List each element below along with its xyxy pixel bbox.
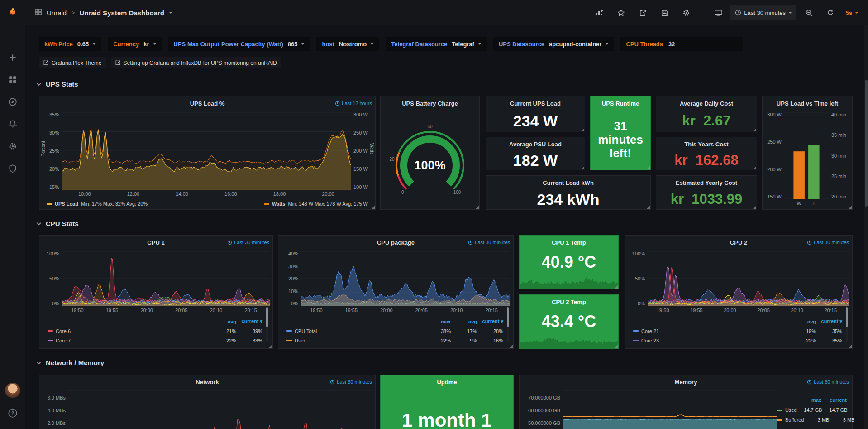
create-plus-icon[interactable] xyxy=(8,53,18,63)
panel-title[interactable]: UPS Runtime xyxy=(602,100,639,107)
configuration-gear-icon[interactable] xyxy=(8,141,18,151)
panel-title[interactable]: UPS Battery Charge xyxy=(402,100,458,107)
legend-col-current[interactable]: current ▾ xyxy=(477,318,503,324)
load-vs-time-bars[interactable]: WT xyxy=(784,112,829,207)
breadcrumb-title[interactable]: Unraid System Dashboard xyxy=(79,9,164,17)
panel-title[interactable]: Current Load kWh xyxy=(543,179,594,186)
variable-telegraf-datasource[interactable]: Telegraf Datasource Telegraf xyxy=(386,37,487,51)
save-button[interactable] xyxy=(655,5,674,20)
row-header-network-memory[interactable]: Network / Memory xyxy=(36,358,868,367)
legend-series-name[interactable]: User xyxy=(286,338,424,343)
panel-title[interactable]: Uptime xyxy=(437,379,457,386)
legend-series-name[interactable]: Core 23 xyxy=(633,338,790,343)
svg-text:W: W xyxy=(796,201,801,206)
legend-series-watts[interactable]: Watts Min: 148 W Max: 278 W Avg: 175 W xyxy=(264,201,368,207)
dashboard-dropdown-caret-icon[interactable] xyxy=(169,12,172,14)
panel-title[interactable]: Network xyxy=(196,379,219,386)
admin-shield-icon[interactable] xyxy=(8,164,18,174)
panel-title[interactable]: UPS Load % xyxy=(190,100,225,107)
help-icon[interactable]: ? xyxy=(8,408,18,418)
memory-graph[interactable] xyxy=(563,390,777,429)
svg-text:50: 50 xyxy=(427,124,433,129)
grafana-logo-icon[interactable] xyxy=(0,0,25,25)
variable-ups-datasource[interactable]: UPS Datasource apcupsd-container xyxy=(493,37,614,51)
variable-kwh-price[interactable]: kWh Price 0.65 xyxy=(39,37,101,51)
dashboard-grid-icon[interactable] xyxy=(34,8,42,17)
legend-series-name[interactable]: CPU Total xyxy=(286,328,424,334)
legend-col-max[interactable]: max xyxy=(796,397,821,403)
variable-label: Telegraf Datasource xyxy=(391,41,447,48)
variables-row: kWh Price 0.65 Currency kr UPS Max Outpu… xyxy=(39,37,868,51)
dashboard-link-ups-guide[interactable]: Setting up Grafana and InfluxDB for UPS … xyxy=(111,57,282,68)
panel-title[interactable]: CPU 1 xyxy=(147,239,164,246)
panel-title[interactable]: CPU 2 Temp xyxy=(552,299,586,305)
panel-memory: Memory Last 30 minutes 70.000000 GB60.00… xyxy=(519,375,853,429)
cpu1-graph[interactable] xyxy=(62,251,270,306)
variable-host[interactable]: host Nostromo xyxy=(316,37,379,51)
network-graph[interactable] xyxy=(68,390,372,429)
panel-time-override[interactable]: Last 30 minutes xyxy=(807,236,849,249)
panel-time-override[interactable]: Last 30 minutes xyxy=(227,236,269,249)
legend-col-avg[interactable]: avg xyxy=(790,319,816,324)
refresh-button[interactable] xyxy=(821,5,840,20)
tv-cycle-button[interactable] xyxy=(709,5,728,20)
panel-time-override[interactable]: Last 30 minutes xyxy=(330,375,372,389)
panel-title[interactable]: Average Daily Cost xyxy=(680,100,733,107)
panel-time-override[interactable]: Last 12 hours xyxy=(335,96,372,110)
legend-series-name[interactable]: Core 7 xyxy=(48,338,210,343)
dashboards-icon[interactable] xyxy=(8,75,18,85)
legend-col-current[interactable]: current ▾ xyxy=(816,318,842,324)
panel-time-override[interactable]: Last 30 minutes xyxy=(468,236,510,249)
legend-series-name[interactable]: Core 6 xyxy=(48,328,210,334)
page-scrollbar-thumb[interactable] xyxy=(865,80,868,207)
row-header-ups-stats[interactable]: UPS Stats xyxy=(36,79,868,89)
time-range-button[interactable]: Last 30 minutes xyxy=(730,5,796,20)
star-button[interactable] xyxy=(611,5,630,20)
panel-cpu2-temp: CPU 2 Temp 43.4 °C xyxy=(519,294,619,349)
breadcrumb-section[interactable]: Unraid xyxy=(47,9,67,17)
legend-col-avg[interactable]: avg xyxy=(210,319,236,324)
legend-col-current[interactable]: current ▾ xyxy=(236,318,262,324)
panel-title[interactable]: CPU package xyxy=(377,239,415,246)
legend-scrollbar-thumb[interactable] xyxy=(507,307,509,327)
panel-title[interactable]: Current UPS Load xyxy=(510,100,561,107)
legend-series-ups-load[interactable]: UPS Load Min: 17% Max: 32% Avg: 20% xyxy=(47,201,148,207)
alerting-bell-icon[interactable] xyxy=(8,119,18,129)
share-button[interactable] xyxy=(633,5,652,20)
variable-currency[interactable]: Currency kr xyxy=(108,37,162,51)
settings-gear-icon[interactable] xyxy=(677,5,696,20)
row-header-cpu-stats[interactable]: CPU Stats xyxy=(36,219,868,228)
legend-series-name[interactable]: Core 21 xyxy=(633,328,790,334)
series-color-dash xyxy=(286,340,292,341)
dashboard-link-plex-theme[interactable]: Grafana Plex Theme xyxy=(39,57,106,68)
user-avatar[interactable] xyxy=(5,383,20,398)
panel-title[interactable]: Memory xyxy=(675,379,697,386)
legend-col-current[interactable]: current xyxy=(821,397,847,403)
panel-title[interactable]: This Years Cost xyxy=(684,141,728,148)
panel-title[interactable]: CPU 2 xyxy=(730,239,747,246)
legend-series-name[interactable]: Used xyxy=(777,407,797,413)
legend-table: maxcurrent Used 14.7 GB 14.7 GB Buffered… xyxy=(777,390,849,429)
panel-title[interactable]: UPS Load vs Time left xyxy=(777,100,838,107)
ups-load-graph[interactable] xyxy=(62,112,351,190)
explore-compass-icon[interactable] xyxy=(8,97,18,107)
zoom-out-button[interactable] xyxy=(799,5,818,20)
legend-scrollbar-thumb[interactable] xyxy=(846,307,848,327)
legend-series-name[interactable]: Buffered xyxy=(777,417,804,423)
panel-title[interactable]: Estimated Yearly Cost xyxy=(676,179,737,186)
refresh-interval-button[interactable]: 5s xyxy=(843,5,862,20)
legend-scrollbar-thumb[interactable] xyxy=(266,307,268,327)
battery-gauge[interactable]: 02050100100% xyxy=(382,120,477,199)
panel-title[interactable]: CPU 1 Temp xyxy=(552,239,586,246)
legend-col-avg[interactable]: avg xyxy=(451,319,477,324)
add-panel-button[interactable] xyxy=(590,5,609,20)
cpu-package-graph[interactable] xyxy=(301,251,510,306)
clock-icon xyxy=(807,240,812,245)
cpu2-graph[interactable] xyxy=(648,251,849,306)
panel-time-override[interactable]: Last 30 minutes xyxy=(807,375,849,389)
svg-text:T: T xyxy=(812,201,816,206)
cpu-threads-input[interactable] xyxy=(668,40,737,48)
legend-col-max[interactable]: max xyxy=(424,319,451,324)
panel-title[interactable]: Average PSU Load xyxy=(509,141,562,148)
variable-ups-max-output[interactable]: UPS Max Output Power Capacity (Watt) 865 xyxy=(168,37,310,51)
